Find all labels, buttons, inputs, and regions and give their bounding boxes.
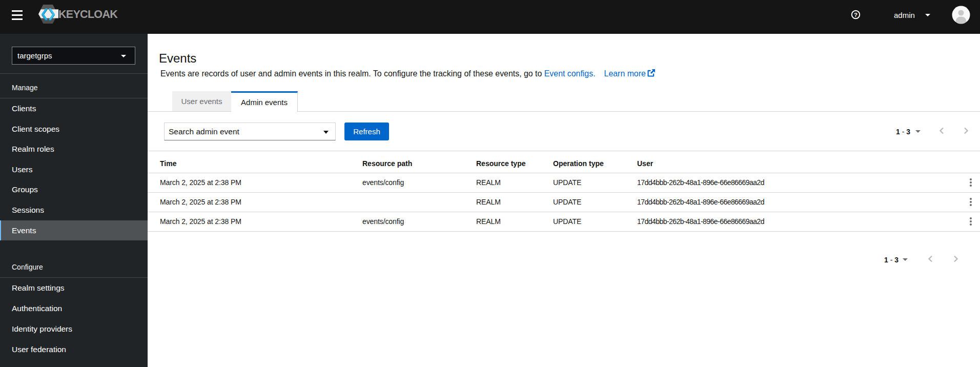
svg-text:KEYCLOAK: KEYCLOAK [58, 8, 118, 21]
svg-text:?: ? [854, 11, 858, 17]
